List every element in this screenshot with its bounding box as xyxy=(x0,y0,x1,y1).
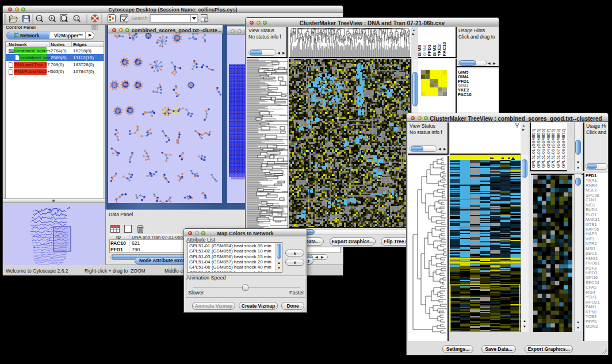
svg-text:Search:: Search: xyxy=(131,16,149,21)
svg-text:1:1: 1:1 xyxy=(75,17,79,20)
svg-text:PAC10: PAC10 xyxy=(442,41,447,56)
svg-text:GPL51-08 (GSM872): GPL51-08 (GSM872) xyxy=(561,129,566,168)
